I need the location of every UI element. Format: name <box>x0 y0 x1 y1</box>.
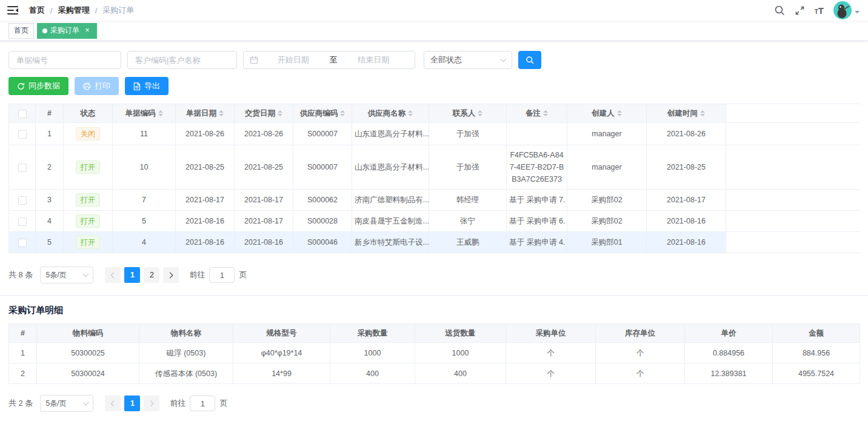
active-tab-dot <box>42 28 47 33</box>
order-row-1[interactable]: 1 关闭 11 2021-08-26 2021-08-26 S000007 山东… <box>9 123 860 145</box>
page-1-button[interactable]: 1 <box>124 267 140 283</box>
status-badge: 打开 <box>76 193 100 207</box>
avatar[interactable] <box>833 1 852 19</box>
sort-icon[interactable] <box>700 108 705 119</box>
row-checkbox[interactable] <box>18 130 27 139</box>
tab-home[interactable]: 首页 <box>8 23 34 39</box>
goto-unit-label: 页 <box>239 270 247 280</box>
end-date-placeholder: 结束日期 <box>339 55 409 65</box>
cell-delivery-date: 2021-08-26 <box>235 123 293 145</box>
close-icon[interactable]: × <box>83 27 92 35</box>
row-checkbox[interactable] <box>18 196 27 205</box>
sort-icon[interactable] <box>158 108 163 119</box>
col-index: # <box>9 324 37 343</box>
col-supplier-code[interactable]: 供应商编码 <box>293 104 352 123</box>
row-checkbox[interactable] <box>18 164 27 172</box>
col-delivery-date[interactable]: 交货日期 <box>235 104 293 123</box>
tags-view-bar: 首页 采购订单 × <box>0 21 868 41</box>
goto-page-input[interactable] <box>190 396 215 411</box>
row-checkbox[interactable] <box>18 217 27 226</box>
sort-icon[interactable] <box>543 108 548 119</box>
sort-icon[interactable] <box>278 108 282 119</box>
col-purchase-qty: 采购数量 <box>330 324 415 343</box>
fullscreen-icon[interactable] <box>795 5 805 16</box>
prev-page-button[interactable] <box>105 267 121 283</box>
sort-icon[interactable] <box>408 108 413 119</box>
order-row-4[interactable]: 4 打开 5 2021-08-16 2021-08-17 S000028 南皮县… <box>9 211 860 232</box>
next-page-button[interactable] <box>144 396 159 411</box>
goto-page-input[interactable] <box>209 267 235 283</box>
col-supplier-name[interactable]: 供应商名称 <box>352 104 429 123</box>
cell-contact: 张宁 <box>429 211 507 232</box>
prev-page-button[interactable] <box>105 396 121 411</box>
order-row-3[interactable]: 3 打开 7 2021-08-17 2021-08-17 S000062 济南广… <box>9 190 860 211</box>
sort-icon[interactable] <box>340 108 345 119</box>
order-row-5-selected[interactable]: 5 打开 4 2021-08-16 2021-08-16 S000046 新乡市… <box>9 232 860 253</box>
page-2-button[interactable]: 2 <box>144 267 159 283</box>
calendar-icon <box>250 56 258 64</box>
cell-doc-code: 7 <box>113 190 176 211</box>
cell-supplier-code: S000007 <box>293 123 352 145</box>
select-all-checkbox[interactable] <box>18 110 27 118</box>
search-filter-bar: 开始日期 至 结束日期 全部状态 <box>8 51 860 69</box>
next-page-button[interactable] <box>163 267 179 283</box>
row-checkbox[interactable] <box>18 239 27 247</box>
sidebar-toggle-icon[interactable] <box>6 4 19 17</box>
status-select[interactable]: 全部状态 <box>424 51 512 69</box>
breadcrumb-purchase-mgmt: 采购管理 <box>58 5 90 16</box>
cell-contact: 王威鹏 <box>429 232 507 253</box>
status-badge: 关闭 <box>76 127 100 141</box>
col-amount: 金额 <box>773 324 860 343</box>
print-button[interactable]: 打印 <box>75 77 119 95</box>
col-unit-price: 单价 <box>685 324 773 343</box>
export-button[interactable]: 导出 <box>125 77 169 95</box>
cell-creator: 采购部02 <box>567 211 647 232</box>
cell-stock-unit: 个 <box>596 343 685 363</box>
action-toolbar: 同步数据 打印 导出 <box>8 77 860 95</box>
select-all-cell <box>9 104 36 123</box>
tab-purchase-order[interactable]: 采购订单 × <box>37 23 97 39</box>
col-created[interactable]: 创建时间 <box>647 104 726 123</box>
cell-created: 2021-08-25 <box>647 145 726 190</box>
sort-icon[interactable] <box>219 108 224 119</box>
order-row-2[interactable]: 2 打开 10 2021-08-25 2021-08-25 S000007 山东… <box>9 145 860 190</box>
user-menu[interactable] <box>833 1 860 19</box>
date-range-picker[interactable]: 开始日期 至 结束日期 <box>243 51 415 69</box>
sync-data-button[interactable]: 同步数据 <box>8 77 68 95</box>
col-doc-code[interactable]: 单据编码 <box>113 104 176 123</box>
header-search-icon[interactable] <box>774 5 785 16</box>
col-doc-date[interactable]: 单据日期 <box>176 104 235 123</box>
cell-remark <box>507 123 567 145</box>
customer-input[interactable] <box>134 55 230 65</box>
col-contact[interactable]: 联系人 <box>429 104 507 123</box>
detail-row-2[interactable]: 2 50300024 传感器本体 (0503) 14*99 400 400 个 … <box>9 363 860 384</box>
cell-remark: F4FC5BA6-A847-4EE7-B2D7-BB3A7C26E373 <box>507 145 567 190</box>
page-1-button[interactable]: 1 <box>124 396 140 411</box>
cell-checkbox <box>9 123 36 145</box>
cell-creator: manager <box>567 145 647 190</box>
cell-index: 2 <box>9 363 37 384</box>
col-creator[interactable]: 创建人 <box>567 104 647 123</box>
cell-doc-code: 4 <box>113 232 176 253</box>
sort-icon[interactable] <box>617 108 622 119</box>
page-size-select[interactable]: 5条/页 <box>40 395 93 412</box>
search-button[interactable] <box>518 51 541 69</box>
page-size-select[interactable]: 5条/页 <box>40 266 93 283</box>
cell-contact: 于加强 <box>429 123 507 145</box>
detail-table: # 物料编码 物料名称 规格型号 采购数量 送货数量 采购单位 库存单位 单价 … <box>8 323 860 384</box>
col-delivery-qty: 送货数量 <box>415 324 506 343</box>
doc-no-input[interactable] <box>15 55 115 65</box>
sort-icon[interactable] <box>478 108 482 119</box>
total-count-label: 共 2 条 <box>8 398 33 409</box>
cell-material-code: 50300025 <box>37 343 139 363</box>
cell-created: 2021-08-26 <box>647 123 726 145</box>
cell-unit-price: 12.389381 <box>685 363 773 384</box>
breadcrumb: 首页 / 采购管理 / 采购订单 <box>29 5 134 16</box>
col-remark[interactable]: 备注 <box>507 104 567 123</box>
cell-supplier-name: 山东道恩高分子材料... <box>352 145 429 190</box>
detail-row-1[interactable]: 1 50300025 磁浮 (0503) φ40*φ19*14 1000 100… <box>9 343 860 363</box>
breadcrumb-home[interactable]: 首页 <box>29 5 45 16</box>
cell-filler <box>726 123 860 145</box>
font-size-icon[interactable]: TT <box>815 5 824 16</box>
cell-supplier-name: 南皮县晟宇五金制造... <box>352 211 429 232</box>
